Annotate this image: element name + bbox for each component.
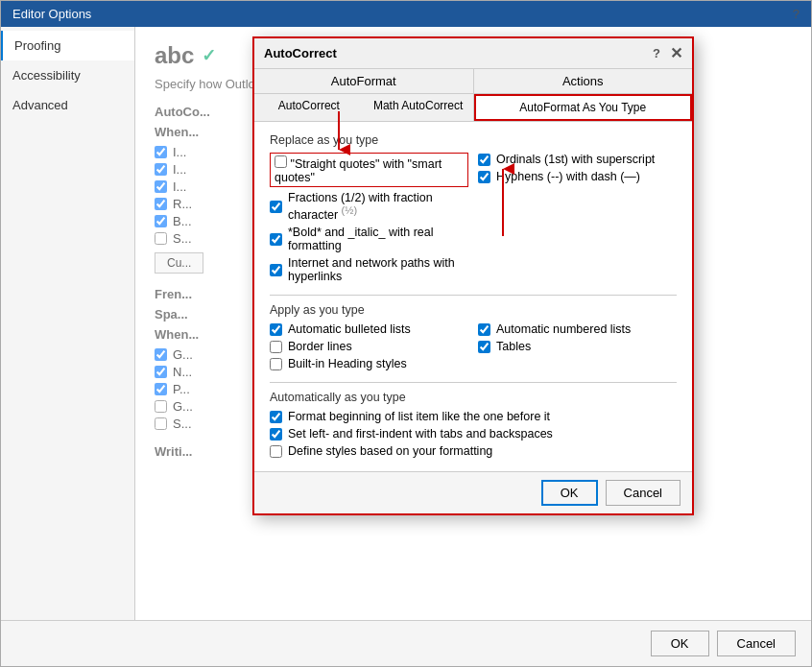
replace-check-2[interactable] [270,201,282,213]
apply-item-3: Built-in Heading styles [270,357,468,370]
replace-check-right-2[interactable] [478,171,490,183]
sidebar: Proofing Accessibility Advanced [1,27,135,620]
replace-check-4[interactable] [270,264,282,276]
modal-title-bar: AutoCorrect ? ✕ [254,38,692,69]
autocorrect-dialog: AutoCorrect ? ✕ AutoFormat AutoCorrect [252,36,694,515]
replace-items-left: "Straight quotes" with "smart quotes" Fr… [270,153,468,287]
replace-check-right-1[interactable] [478,154,490,166]
apply-items-grid: Automatic bulleted lists Border lines Bu… [270,322,677,374]
modal-tabs-outer: AutoFormat AutoCorrect Math AutoCorrect … [254,69,692,122]
tab-group-autoformat: AutoFormat AutoCorrect Math AutoCorrect [254,69,474,121]
replace-item-1-highlighted: "Straight quotes" with "smart quotes" [270,153,468,187]
auto-item-1: Format beginning of list item like the o… [270,410,677,423]
replace-check-3[interactable] [270,233,282,246]
divider-2 [270,382,677,383]
tab-group-actions: Actions AutoFormat As You Type [474,69,693,121]
modal-close-button[interactable]: ✕ [670,44,682,62]
sidebar-item-proofing[interactable]: Proofing [1,31,134,60]
sidebar-item-advanced[interactable]: Advanced [1,90,134,120]
modal-title-controls: ? ✕ [653,44,682,62]
bottom-buttons: OK Cancel [1,620,811,666]
apply-heading: Apply as you type [270,303,677,317]
modal-body: Replace as you type "Straight quotes" wi… [254,122,692,471]
modal-ok-button[interactable]: OK [541,480,598,506]
tab-row-autoformat: AutoCorrect Math AutoCorrect [254,94,473,117]
modal-cancel-button[interactable]: Cancel [606,480,681,506]
auto-check-3[interactable] [270,445,282,458]
ok-button[interactable]: OK [651,631,709,656]
replace-check-1[interactable] [275,155,287,168]
auto-check-1[interactable] [270,411,282,423]
tab-top-autoformat[interactable]: AutoFormat [254,69,473,94]
tab-top-actions[interactable]: Actions [474,69,693,94]
tab-autocorrect[interactable]: AutoCorrect [254,94,364,117]
tab-math-autocorrect[interactable]: Math AutoCorrect [364,94,473,117]
replace-item-2: Fractions (1/2) with fraction character … [270,191,468,222]
cancel-button[interactable]: Cancel [717,631,796,656]
auto-check-2[interactable] [270,428,282,441]
apply-check-2[interactable] [270,341,282,353]
apply-check-right-2[interactable] [478,341,490,353]
auto-item-3: Define styles based on your formatting [270,444,677,458]
modal-title: AutoCorrect [264,46,337,60]
auto-heading: Automatically as you type [270,391,677,404]
apply-items-right: Automatic numbered lists Tables [478,322,677,374]
sidebar-item-accessibility[interactable]: Accessibility [1,60,134,90]
apply-item-right-1: Automatic numbered lists [478,322,677,336]
tab-autoformat-as-type[interactable]: AutoFormat As You Type [474,94,693,121]
main-content: Proofing Accessibility Advanced abc ✓ Sp… [1,27,811,620]
apply-item-right-2: Tables [478,340,677,353]
replace-item-1: "Straight quotes" with "smart quotes" [270,153,468,187]
replace-items-grid: "Straight quotes" with "smart quotes" Fr… [270,153,677,287]
apply-check-right-1[interactable] [478,323,490,336]
apply-item-2: Border lines [270,340,468,353]
replace-heading: Replace as you type [270,133,677,147]
auto-items: Format beginning of list item like the o… [270,410,677,458]
modal-footer: OK Cancel [254,471,692,513]
apply-check-3[interactable] [270,358,282,370]
apply-item-1: Automatic bulleted lists [270,322,468,336]
replace-item-4: Internet and network paths with hyperlin… [270,256,468,283]
window-title: Editor Options [12,7,91,21]
divider-1 [270,295,677,296]
title-bar-controls: ? [793,7,800,21]
modal-overlay: AutoCorrect ? ✕ AutoFormat AutoCorrect [135,27,811,620]
replace-item-right-1: Ordinals (1st) with superscript [478,153,677,166]
modal-help-icon[interactable]: ? [653,46,660,60]
title-bar: Editor Options ? [1,1,811,27]
auto-item-2: Set left- and first-indent with tabs and… [270,427,677,441]
help-icon[interactable]: ? [793,7,800,21]
content-area: abc ✓ Specify how Outlook corrects and f… [135,27,811,620]
tab-row-actions: AutoFormat As You Type [474,94,693,121]
replace-items-right: Ordinals (1st) with superscript Hyphens … [478,153,677,287]
replace-item-right-2: Hyphens (--) with dash (—) [478,170,677,183]
apply-items-left: Automatic bulleted lists Border lines Bu… [270,322,468,374]
editor-options-window: Editor Options ? Proofing Accessibility … [0,0,812,667]
apply-check-1[interactable] [270,323,282,336]
replace-item-3: *Bold* and _italic_ with real formatting [270,226,468,252]
